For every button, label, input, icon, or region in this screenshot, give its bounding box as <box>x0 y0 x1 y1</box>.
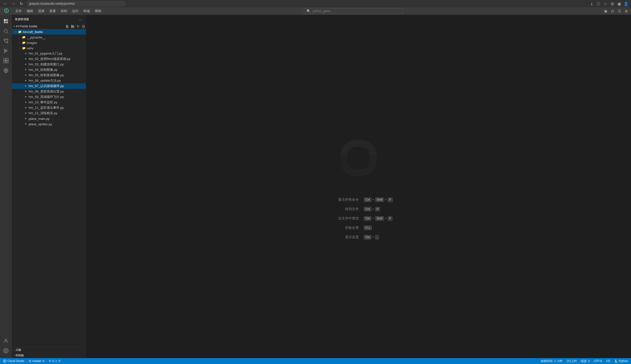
list-item[interactable]: ✦ hm_11_监听退出事件.py <box>12 105 86 110</box>
brand-label: Cloud Studio <box>8 359 25 363</box>
file-name-label: hm_07_认识游戏循环.py <box>29 84 86 88</box>
bookmark-icon[interactable]: ☆ <box>603 1 608 6</box>
tree-item-pycache[interactable]: › 📁 __pycache__ <box>12 34 86 40</box>
folder-name-pycache: __pycache__ <box>27 36 86 39</box>
folder-name-images: images <box>27 41 86 45</box>
timeline-item[interactable]: › 时间线 <box>12 353 86 358</box>
activity-item-run[interactable] <box>2 46 10 55</box>
py-file-icon: ✦ <box>24 106 28 110</box>
activity-item-extensions[interactable] <box>2 56 10 65</box>
list-item[interactable]: ✦ hm_05_绘制英雄图像.py <box>12 72 86 78</box>
warning-count: 0 <box>59 359 60 363</box>
forward-button[interactable]: → <box>10 1 16 7</box>
file-name-label: hm_10_事件监听.py <box>29 100 86 104</box>
list-item[interactable]: ✦ hm_09_英雄循环飞行.py <box>12 94 86 100</box>
sidebar-more-btn[interactable]: ... <box>78 17 83 22</box>
browser-nav: ← → ↻ <box>3 1 24 7</box>
layout-toggle-3[interactable]: ☰ <box>617 8 622 14</box>
reload-button[interactable]: ↻ <box>18 1 24 7</box>
back-button[interactable]: ← <box>3 1 9 7</box>
list-item[interactable]: ✦ hm_12_演练精灵.py <box>12 110 86 116</box>
menu-select[interactable]: 选择 <box>36 8 46 14</box>
layout-toggle-1[interactable]: ▣ <box>603 8 608 14</box>
layout-toggle-2[interactable]: ⊟ <box>610 8 615 14</box>
status-errors[interactable]: ✕ 0 ⚠ 0 <box>48 358 61 364</box>
cmd-settings-label: 显示设置 <box>324 235 359 240</box>
profile-icon[interactable]: 👤 <box>623 1 628 6</box>
py-file-icon: ✦ <box>24 73 28 77</box>
tree-root-project[interactable]: ▼ PYTHON GAME ↻ ⊟ <box>12 24 86 29</box>
activity-item-remote[interactable] <box>2 66 10 75</box>
svg-point-23 <box>30 360 31 361</box>
download-icon[interactable]: ⤓ <box>589 1 594 6</box>
branch-label: master <box>32 359 42 363</box>
list-item[interactable]: ✦ hm_04_绘制图像.py <box>12 67 86 72</box>
file-name-label: hm_08_更新英雄位置.py <box>29 89 86 94</box>
cmd-show-all-shortcut: Ctrl + Shift + P <box>364 198 393 202</box>
activity-item-explorer[interactable] <box>2 17 10 26</box>
new-file-btn[interactable] <box>65 24 70 29</box>
list-item[interactable]: ✦ hm_02_使用Rect描述英雄.py <box>12 56 86 62</box>
status-brand[interactable]: Cloud Studio <box>2 358 26 364</box>
list-item[interactable]: ✦ plane_sprites.py <box>12 121 86 127</box>
activity-item-search[interactable] <box>2 27 10 36</box>
layout-icon[interactable]: ▣ <box>617 1 622 6</box>
list-item[interactable]: ✦ hm_10_事件监听.py <box>12 100 86 105</box>
outline-item[interactable]: › 大纲 <box>12 347 86 353</box>
extensions-icon[interactable]: ⊞ <box>610 1 615 6</box>
menu-terminal[interactable]: 终端 <box>82 8 92 14</box>
activity-item-settings[interactable] <box>2 346 10 355</box>
status-branch[interactable]: master ↻ <box>28 358 46 364</box>
svg-point-21 <box>29 360 29 361</box>
url-input[interactable] <box>27 1 125 7</box>
key-f: F <box>388 216 392 221</box>
menu-view[interactable]: 查看 <box>47 8 58 14</box>
tree-item-images[interactable]: › 📁 images <box>12 40 86 46</box>
status-eol[interactable]: US <box>605 358 611 364</box>
status-language[interactable]: 🐍 Python <box>613 358 629 364</box>
file-name-label: hm_03_创建游戏窗口.py <box>29 62 86 66</box>
chevron-down-icon: ▾ <box>14 30 18 34</box>
folder-name-label: Aircraft_Battle <box>23 30 86 34</box>
key-shift: Shift <box>375 198 384 202</box>
list-item[interactable]: ✦ hm_06_update方法.py <box>12 78 86 83</box>
layout-toggle-4[interactable]: ⊞ <box>623 8 629 14</box>
cast-icon[interactable]: ⬡ <box>596 1 601 6</box>
sidebar: 资源管理器 ... ▼ PYTHON GAME ↻ <box>12 15 86 358</box>
new-folder-btn[interactable] <box>70 24 75 29</box>
folder-icon: 📁 <box>22 35 26 39</box>
activity-item-source-control[interactable] <box>2 36 10 46</box>
sidebar-header: 资源管理器 ... <box>12 15 86 24</box>
refresh-btn[interactable]: ↻ <box>76 24 81 29</box>
menu-file[interactable]: 文件 <box>13 8 24 14</box>
status-sleep-time[interactable]: 休眠时间: 1 小时 <box>540 358 564 364</box>
list-item[interactable]: ✦ plane_main.py <box>12 116 86 121</box>
menu-help[interactable]: 帮助 <box>93 8 103 14</box>
list-item[interactable]: ✦ hm_07_认识游戏循环.py <box>12 83 86 89</box>
activity-item-accounts[interactable] <box>2 336 10 345</box>
key-ctrl: Ctrl <box>364 235 371 240</box>
menu-goto[interactable]: 转到 <box>59 8 69 14</box>
py-file-icon: ✦ <box>24 68 28 72</box>
command-search[interactable]: 🔍 python_game <box>304 8 402 14</box>
cmd-find-in-files: 在文件中查找 Ctrl + Shift + F <box>324 216 392 221</box>
list-item[interactable]: ✦ hm_03_创建游戏窗口.py <box>12 62 86 67</box>
app-logo <box>2 6 11 15</box>
menu-run[interactable]: 运行 <box>70 8 81 14</box>
py-file-icon: ✦ <box>24 95 28 99</box>
menu-edit[interactable]: 编辑 <box>25 8 35 14</box>
collapse-btn[interactable]: ⊟ <box>81 24 86 29</box>
status-line-col[interactable]: 2行,1列 <box>566 358 578 364</box>
status-encoding[interactable]: UTF-8 <box>593 358 603 364</box>
list-item[interactable]: ✦ hm_08_更新英雄位置.py <box>12 89 86 94</box>
cmd-find-label: 在文件中查找 <box>324 216 359 221</box>
status-spaces[interactable]: 缩进: 4 <box>580 358 591 364</box>
tree-item-venv[interactable]: › 📁 venv <box>12 46 86 51</box>
svg-rect-4 <box>6 22 8 23</box>
svg-rect-2 <box>6 19 8 21</box>
chevron-right-icon: › <box>18 35 22 39</box>
py-file-icon: ✦ <box>24 79 28 82</box>
error-count: 0 <box>52 359 54 363</box>
list-item[interactable]: ✦ hm_01_pygame入门.py <box>12 51 86 56</box>
tree-item-aircraft-battle[interactable]: ▾ 📁 Aircraft_Battle <box>12 29 86 34</box>
